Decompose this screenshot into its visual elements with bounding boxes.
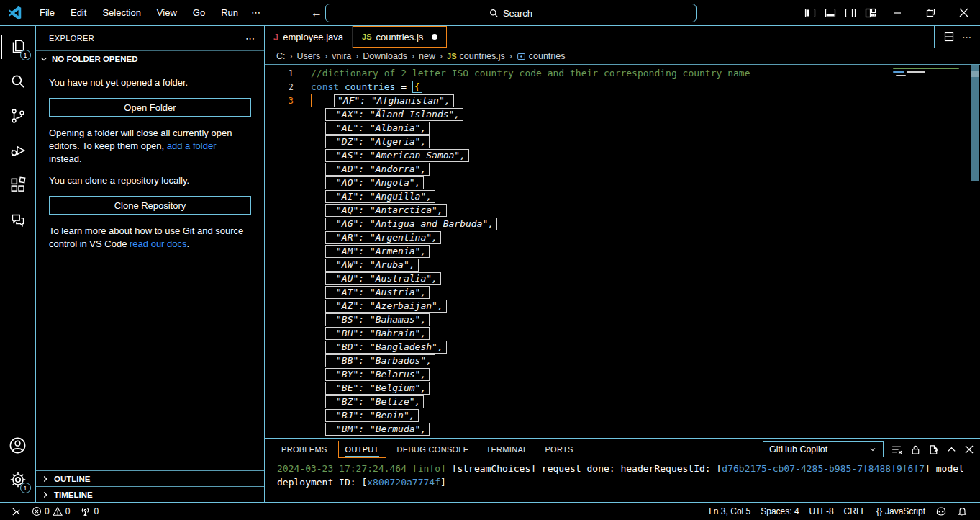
editor-more-actions-icon[interactable]: ⋯ (961, 30, 973, 44)
timeline-section[interactable]: TIMELINE (36, 486, 264, 502)
menu-view[interactable]: View (150, 4, 183, 21)
lock-icon[interactable] (910, 444, 921, 455)
menu-go[interactable]: Go (186, 4, 212, 21)
activity-run-debug[interactable] (1, 134, 35, 167)
panel-tab-terminal[interactable]: TERMINAL (479, 441, 534, 457)
code-line[interactable]: "AG": "Antigua and Barbuda", (265, 217, 980, 230)
code-line[interactable]: "AM": "Armenia", (265, 244, 980, 258)
code-line[interactable]: "AX": "Åland Islands", (265, 107, 980, 121)
code-line[interactable]: "BH": "Bahrain", (265, 326, 980, 340)
toggle-secondary-sidebar-icon[interactable] (840, 3, 861, 23)
code-line[interactable]: "BJ": "Benin", (265, 408, 980, 422)
encoding[interactable]: UTF-8 (804, 506, 839, 516)
sidebar-actions[interactable]: ⋯ (245, 33, 255, 44)
code-line[interactable]: "AS": "American Samoa", (265, 148, 980, 162)
code-line[interactable]: "AD": "Andorra", (265, 162, 980, 176)
code-line[interactable]: 3"AF": "Afghanistan", (265, 94, 980, 107)
code-line[interactable]: "AO": "Angola", (265, 176, 980, 189)
code-line[interactable]: "BD": "Bangladesh", (265, 340, 980, 354)
clear-output-icon[interactable] (891, 444, 903, 456)
clone-repository-button[interactable]: Clone Repository (49, 196, 251, 215)
extensions-icon (9, 176, 27, 194)
customize-layout-icon[interactable] (861, 3, 881, 23)
notifications[interactable] (952, 506, 973, 517)
code-line[interactable]: "BE": "Belgium", (265, 381, 980, 395)
panel-tab-problems[interactable]: PROBLEMS (275, 441, 334, 457)
code-line[interactable]: 2 const countries = { (265, 80, 980, 94)
activity-chat[interactable] (1, 203, 35, 236)
activity-search[interactable] (1, 65, 35, 98)
breadcrumb-item[interactable]: countries (515, 51, 567, 61)
code-line[interactable]: "AR": "Argentina", (265, 230, 980, 244)
menu-file[interactable]: File (33, 4, 61, 21)
menu-more[interactable]: ⋯ (245, 4, 268, 21)
panel-tab-debug-console[interactable]: DEBUG CONSOLE (391, 441, 476, 457)
settings-button[interactable]: 1 (1, 463, 35, 496)
output-log[interactable]: 2024-03-23 17:27:24.464 [info] [streamCh… (265, 460, 980, 502)
modified-dot-icon[interactable] (432, 34, 437, 40)
toggle-sidebar-icon[interactable] (800, 3, 820, 23)
menu-selection[interactable]: Selection (96, 4, 147, 21)
remote-indicator[interactable] (6, 503, 27, 520)
back-arrow-icon[interactable]: ← (311, 6, 322, 19)
code-line[interactable]: "BB": "Barbados", (265, 354, 980, 367)
eol-sequence[interactable]: CRLF (839, 506, 871, 516)
split-editor-icon[interactable] (942, 30, 956, 44)
code-editor[interactable]: 1 //dictionary of 2 letter ISO country c… (265, 65, 980, 438)
code-line[interactable]: 1 //dictionary of 2 letter ISO country c… (265, 66, 980, 80)
activity-extensions[interactable] (1, 169, 35, 202)
ports-status[interactable]: 0 (75, 503, 104, 520)
menu-run[interactable]: Run (214, 4, 245, 21)
output-channel-select[interactable]: GitHub Copilot (763, 441, 884, 457)
restore-button[interactable] (914, 0, 947, 25)
code-line[interactable]: "AZ": "Azerbaijan", (265, 299, 980, 313)
breadcrumb-item[interactable]: new (417, 51, 437, 61)
breadcrumb-item[interactable]: JScountries.js (445, 51, 507, 61)
code-line[interactable]: "AQ": "Antarctica", (265, 203, 980, 217)
code-line[interactable]: "AT": "Austria", (265, 285, 980, 299)
problems-status[interactable]: 0 0 (27, 503, 75, 520)
title-bar: FileEditSelectionViewGoRun ⋯ ← → Search (0, 0, 980, 26)
code-line[interactable]: "BY": "Belarus", (265, 367, 980, 381)
tab-employee-java[interactable]: J employee.java (265, 26, 353, 48)
open-output-in-editor-icon[interactable] (928, 444, 939, 455)
breadcrumb-item[interactable]: Downloads (361, 51, 409, 61)
toggle-panel-icon[interactable] (820, 3, 840, 23)
code-line[interactable]: "BZ": "Belize", (265, 395, 980, 408)
copilot-status[interactable] (930, 506, 952, 517)
read-our-docs-link[interactable]: read our docs (130, 238, 187, 249)
scrollbar-thumb[interactable] (971, 65, 979, 181)
indentation[interactable]: Spaces: 4 (756, 506, 804, 516)
outline-section[interactable]: OUTLINE (36, 470, 264, 486)
minimize-button[interactable] (881, 0, 914, 25)
language-mode[interactable]: {} JavaScript (871, 506, 930, 516)
panel-tab-output[interactable]: OUTPUT (338, 441, 386, 458)
code-line[interactable]: "AL": "Albania", (265, 121, 980, 135)
editor-scrollbar[interactable] (970, 65, 980, 438)
code-line[interactable]: "AI": "Anguilla", (265, 189, 980, 203)
minimap[interactable] (889, 65, 970, 438)
account-button[interactable] (1, 429, 35, 462)
activity-source-control[interactable] (1, 99, 35, 133)
tab-countries-js[interactable]: JS countries.js (353, 26, 447, 48)
breadcrumb-item[interactable]: vnira (330, 51, 353, 61)
breadcrumb-item[interactable]: Users (296, 51, 322, 61)
close-panel-icon[interactable] (964, 444, 974, 454)
activity-explorer[interactable]: 1 (1, 30, 35, 63)
breadcrumb-item[interactable]: C: (275, 51, 287, 61)
section-no-folder-opened[interactable]: NO FOLDER OPENED (36, 50, 264, 66)
code-line[interactable]: "BM": "Bermuda", (265, 422, 980, 436)
code-line[interactable]: "DZ": "Algeria", (265, 135, 980, 148)
open-folder-button[interactable]: Open Folder (49, 98, 251, 117)
code-line[interactable]: "AU": "Australia", (265, 272, 980, 285)
close-window-button[interactable] (947, 0, 980, 25)
panel-tab-ports[interactable]: PORTS (538, 441, 579, 457)
code-line[interactable]: "BS": "Bahamas", (265, 313, 980, 326)
menu-edit[interactable]: Edit (64, 4, 93, 21)
cursor-position[interactable]: Ln 3, Col 5 (704, 506, 756, 516)
add-folder-link[interactable]: add a folder (167, 140, 217, 151)
code-entry: "AD": "Andorra", (325, 163, 430, 176)
command-center-search[interactable]: Search (325, 4, 697, 22)
maximize-panel-icon[interactable] (946, 444, 957, 455)
code-line[interactable]: "AW": "Aruba", (265, 258, 980, 272)
